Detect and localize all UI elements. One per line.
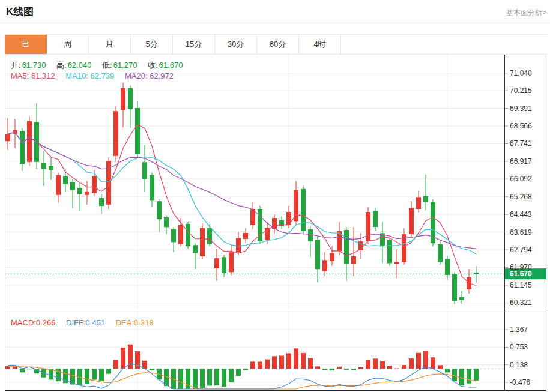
axis-label: 0.753 <box>510 343 528 351</box>
axis-label: 63.619 <box>510 228 532 237</box>
interval-tab-60分[interactable]: 60分 <box>257 35 299 54</box>
interval-tabbar: 日周月5分15分30分60分4时 <box>5 34 546 55</box>
interval-tab-周[interactable]: 周 <box>47 35 89 54</box>
axis-label: 66.092 <box>510 175 532 183</box>
axis-label: 61.145 <box>510 281 532 289</box>
current-price-tag-value: 61.670 <box>510 270 532 278</box>
fundamental-analysis-link[interactable]: 基本面分析> <box>506 8 546 18</box>
interval-tab-月[interactable]: 月 <box>89 35 131 54</box>
candlestick-series <box>5 83 479 304</box>
kline-chart-canvas[interactable]: 71.04070.21569.39168.56667.74166.91766.0… <box>0 55 550 392</box>
interval-tab-30分[interactable]: 30分 <box>215 35 257 54</box>
axis-label: 64.443 <box>510 210 532 219</box>
axis-label: 71.040 <box>510 69 532 77</box>
page-title: K线图 <box>6 5 34 19</box>
axis-label: 70.215 <box>510 86 532 95</box>
axis-label: -0.476 <box>510 378 530 387</box>
axis-label: 66.917 <box>510 157 532 166</box>
interval-tab-4时[interactable]: 4时 <box>299 35 341 54</box>
interval-tab-日[interactable]: 日 <box>5 35 47 54</box>
axis-label: 1.367 <box>510 325 528 334</box>
axis-label: 69.391 <box>510 104 532 113</box>
axis-label: 62.794 <box>510 246 532 254</box>
interval-tab-5分[interactable]: 5分 <box>131 35 173 54</box>
axis-label: 65.268 <box>510 193 532 201</box>
interval-tab-15分[interactable]: 15分 <box>173 35 215 54</box>
axis-label: 0.138 <box>510 361 528 369</box>
axis-label: 67.741 <box>510 139 532 148</box>
axis-label: 60.321 <box>510 298 532 307</box>
axis-label: 68.566 <box>510 122 532 130</box>
kline-widget: K线图 基本面分析> 日周月5分15分30分60分4时 71.04070.215… <box>0 0 550 392</box>
header-divider <box>0 23 550 23</box>
